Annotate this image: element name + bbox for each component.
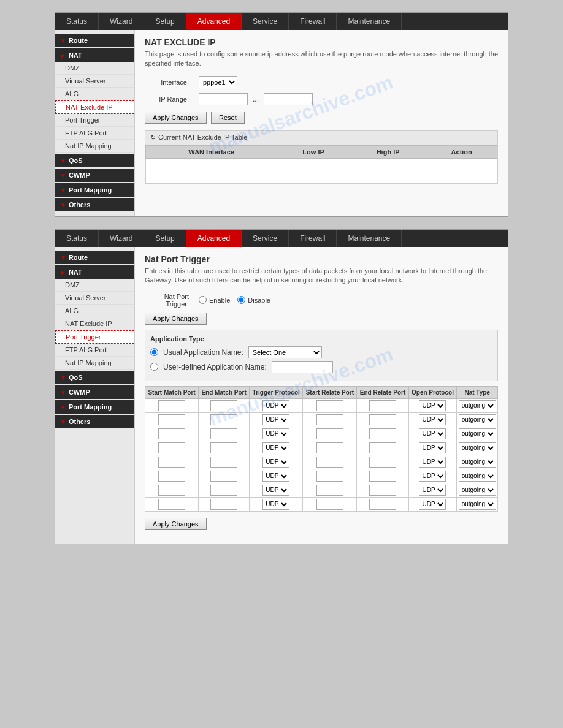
pt-start-match-input-1[interactable] — [158, 414, 185, 425]
user-def-input[interactable] — [272, 361, 333, 373]
nav-setup-2[interactable]: Setup — [144, 230, 186, 247]
nav-status-2[interactable]: Status — [55, 230, 99, 247]
nav-wizard-1[interactable]: Wizard — [99, 13, 144, 30]
sidebar-header-cwmp-1[interactable]: ▼ CWMP — [55, 169, 134, 182]
pt-end-match-input-4[interactable] — [210, 457, 237, 468]
pt-open-protocol-select-0[interactable]: UDPTCPBoth — [419, 400, 446, 411]
pt-end-match-input-7[interactable] — [210, 499, 237, 510]
pt-trigger-protocol-select-5[interactable]: UDPTCPBoth — [262, 471, 289, 482]
sidebar-item-natipmapping-2[interactable]: Nat IP Mapping — [55, 357, 134, 370]
sidebar-header-qos-2[interactable]: ▼ QoS — [55, 371, 134, 384]
ip-low-input[interactable] — [199, 93, 248, 105]
pt-start-relate-input-3[interactable] — [316, 442, 343, 453]
sidebar-item-natexclude-1[interactable]: NAT Exclude IP — [55, 100, 134, 114]
pt-end-match-input-1[interactable] — [210, 414, 237, 425]
sidebar-header-others-1[interactable]: ▼ Others — [55, 198, 134, 211]
pt-start-relate-input-5[interactable] — [316, 471, 343, 482]
apply-changes-btn-1[interactable]: Apply Changes — [145, 112, 207, 124]
sidebar-item-porttrigger-1[interactable]: Port Trigger — [55, 114, 134, 127]
sidebar-header-portmapping-1[interactable]: ▼ Port Mapping — [55, 183, 134, 197]
sidebar-header-nat-1[interactable]: ► NAT — [55, 48, 134, 62]
nav-service-1[interactable]: Service — [242, 13, 289, 30]
sidebar-header-nat-2[interactable]: ► NAT — [55, 265, 134, 279]
pt-end-relate-input-5[interactable] — [369, 471, 396, 482]
pt-nat-type-select-0[interactable]: outgoing — [459, 400, 496, 411]
pt-trigger-protocol-select-6[interactable]: UDPTCPBoth — [262, 485, 289, 496]
sidebar-item-ftpalgport-1[interactable]: FTP ALG Port — [55, 127, 134, 140]
pt-trigger-protocol-select-0[interactable]: UDPTCPBoth — [262, 400, 289, 411]
pt-open-protocol-select-3[interactable]: UDPTCPBoth — [419, 442, 446, 453]
pt-nat-type-select-5[interactable]: outgoing — [459, 471, 496, 482]
pt-start-relate-input-6[interactable] — [316, 485, 343, 496]
nav-wizard-2[interactable]: Wizard — [99, 230, 144, 247]
disable-radio[interactable] — [237, 296, 245, 304]
sidebar-header-route-1[interactable]: ▼ Route — [55, 34, 134, 47]
pt-start-match-input-2[interactable] — [158, 428, 185, 439]
sidebar-header-cwmp-2[interactable]: ▼ CWMP — [55, 385, 134, 399]
pt-start-relate-input-7[interactable] — [316, 499, 343, 510]
pt-end-relate-input-1[interactable] — [369, 414, 396, 425]
nav-status-1[interactable]: Status — [55, 13, 99, 30]
sidebar-header-route-2[interactable]: ▼ Route — [55, 251, 134, 264]
pt-trigger-protocol-select-4[interactable]: UDPTCPBoth — [262, 457, 289, 468]
pt-end-match-input-5[interactable] — [210, 471, 237, 482]
pt-nat-type-select-7[interactable]: outgoing — [459, 499, 496, 510]
sidebar-header-others-2[interactable]: ▼ Others — [55, 415, 134, 428]
pt-nat-type-select-6[interactable]: outgoing — [459, 485, 496, 496]
pt-open-protocol-select-6[interactable]: UDPTCPBoth — [419, 485, 446, 496]
pt-start-relate-input-0[interactable] — [316, 400, 343, 411]
enable-radio[interactable] — [199, 296, 207, 304]
nav-firewall-1[interactable]: Firewall — [289, 13, 337, 30]
sidebar-item-porttrigger-2[interactable]: Port Trigger — [55, 330, 134, 344]
pt-end-relate-input-4[interactable] — [369, 457, 396, 468]
nav-service-2[interactable]: Service — [242, 230, 289, 247]
nav-advanced-2[interactable]: Advanced — [186, 230, 242, 247]
nav-setup-1[interactable]: Setup — [144, 13, 186, 30]
usual-app-select[interactable]: Select One — [248, 346, 322, 358]
sidebar-item-virtualserver-1[interactable]: Virtual Server — [55, 75, 134, 88]
sidebar-item-natexclude-2[interactable]: NAT Exclude IP — [55, 317, 134, 330]
pt-start-match-input-3[interactable] — [158, 442, 185, 453]
pt-end-relate-input-2[interactable] — [369, 428, 396, 439]
pt-trigger-protocol-select-3[interactable]: UDPTCPBoth — [262, 442, 289, 453]
pt-open-protocol-select-4[interactable]: UDPTCPBoth — [419, 457, 446, 468]
pt-end-match-input-3[interactable] — [210, 442, 237, 453]
sidebar-item-virtualserver-2[interactable]: Virtual Server — [55, 292, 134, 305]
pt-trigger-protocol-select-7[interactable]: UDPTCPBoth — [262, 499, 289, 510]
pt-start-relate-input-2[interactable] — [316, 428, 343, 439]
pt-open-protocol-select-1[interactable]: UDPTCPBoth — [419, 414, 446, 425]
pt-open-protocol-select-7[interactable]: UDPTCPBoth — [419, 499, 446, 510]
pt-start-relate-input-1[interactable] — [316, 414, 343, 425]
nav-firewall-2[interactable]: Firewall — [289, 230, 337, 247]
sidebar-item-natipmapping-1[interactable]: Nat IP Mapping — [55, 140, 134, 153]
pt-nat-type-select-2[interactable]: outgoing — [459, 428, 496, 439]
sidebar-header-portmapping-2[interactable]: ▼ Port Mapping — [55, 400, 134, 414]
sidebar-item-dmz-2[interactable]: DMZ — [55, 279, 134, 292]
pt-start-match-input-5[interactable] — [158, 471, 185, 482]
pt-open-protocol-select-2[interactable]: UDPTCPBoth — [419, 428, 446, 439]
ip-high-input[interactable] — [264, 93, 313, 105]
pt-end-match-input-6[interactable] — [210, 485, 237, 496]
pt-trigger-protocol-select-2[interactable]: UDPTCPBoth — [262, 428, 289, 439]
pt-nat-type-select-3[interactable]: outgoing — [459, 442, 496, 453]
nav-maintenance-2[interactable]: Maintenance — [337, 230, 402, 247]
pt-end-match-input-2[interactable] — [210, 428, 237, 439]
pt-start-match-input-4[interactable] — [158, 457, 185, 468]
nav-advanced-1[interactable]: Advanced — [186, 13, 242, 30]
interface-select[interactable]: pppoe1 — [199, 76, 237, 88]
user-def-radio[interactable] — [150, 363, 158, 371]
pt-end-relate-input-7[interactable] — [369, 499, 396, 510]
usual-app-radio[interactable] — [150, 348, 158, 356]
sidebar-header-qos-1[interactable]: ▼ QoS — [55, 154, 134, 167]
pt-end-relate-input-0[interactable] — [369, 400, 396, 411]
pt-end-relate-input-3[interactable] — [369, 442, 396, 453]
pt-end-relate-input-6[interactable] — [369, 485, 396, 496]
sidebar-item-dmz-1[interactable]: DMZ — [55, 62, 134, 75]
pt-open-protocol-select-5[interactable]: UDPTCPBoth — [419, 471, 446, 482]
pt-end-match-input-0[interactable] — [210, 400, 237, 411]
sidebar-item-alg-2[interactable]: ALG — [55, 305, 134, 317]
apply-changes-btn-2b[interactable]: Apply Changes — [145, 518, 207, 530]
pt-nat-type-select-4[interactable]: outgoing — [459, 457, 496, 468]
reset-btn-1[interactable]: Reset — [211, 112, 245, 124]
pt-start-match-input-6[interactable] — [158, 485, 185, 496]
